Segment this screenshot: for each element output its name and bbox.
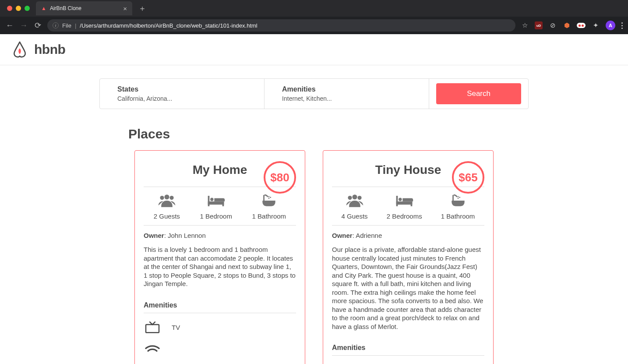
place-guests: 2 Guests: [154, 193, 180, 220]
wifi-icon: [144, 342, 161, 358]
filter-amenities-subtitle: Internet, Kitchen...: [282, 95, 411, 102]
svg-rect-19: [452, 195, 454, 201]
place-guests-label: 2 Guests: [154, 212, 180, 220]
svg-point-2: [169, 196, 173, 200]
svg-rect-15: [396, 196, 398, 206]
svg-rect-3: [208, 196, 210, 206]
filters-bar: States California, Arizona... Amenities …: [99, 78, 529, 109]
guests-icon: [345, 193, 364, 210]
tab-title: AirBnB Clone: [50, 5, 81, 11]
browser-tab[interactable]: ▲ AirBnB Clone ×: [36, 1, 132, 15]
place-card: Tiny House $65 4 Guests 2 Bedroom: [323, 150, 494, 364]
svg-point-1: [160, 196, 164, 200]
place-amenities-heading: Amenities: [332, 344, 484, 356]
place-amenities-heading: Amenities: [144, 301, 296, 313]
extension-noscript-icon[interactable]: ⊘: [549, 21, 557, 29]
guests-icon: [157, 193, 176, 210]
svg-rect-16: [396, 201, 413, 205]
url-scheme: File: [62, 22, 71, 29]
profile-avatar[interactable]: A: [606, 21, 615, 30]
nav-reload-button[interactable]: ⟳: [33, 21, 42, 30]
amenity-item: TV: [144, 319, 296, 336]
nav-back-button[interactable]: ←: [5, 21, 14, 30]
place-bedrooms: 2 Bedrooms: [387, 193, 422, 220]
place-guests-label: 4 Guests: [342, 212, 368, 220]
svg-point-0: [164, 194, 169, 199]
address-bar: ← → ⟳ i File | /Users/arthurdamm/holbert…: [0, 17, 628, 34]
place-description: This is a lovely 1 bedroom and 1 bathroo…: [144, 245, 296, 288]
search-button[interactable]: Search: [436, 83, 521, 104]
svg-point-21: [459, 197, 460, 198]
extension-ublock-icon[interactable]: uD: [535, 21, 543, 29]
place-price-badge: $80: [264, 161, 296, 194]
svg-rect-11: [146, 325, 159, 332]
filter-states-subtitle: California, Arizona...: [117, 95, 247, 102]
place-bathrooms: 1 Bathroom: [441, 193, 475, 220]
bath-icon: [448, 193, 468, 210]
page-content: hbnb States California, Arizona... Ameni…: [0, 34, 628, 364]
places-heading: Places: [128, 127, 529, 141]
svg-point-6: [210, 198, 213, 201]
amenity-item: [144, 342, 296, 358]
extension-shield-icon[interactable]: ⬢: [563, 21, 571, 29]
places-grid: My Home $80 2 Guests 1 Bedroom: [99, 150, 529, 364]
window-close-button[interactable]: [7, 6, 12, 11]
window-controls: [4, 6, 32, 11]
svg-rect-5: [222, 201, 224, 206]
brand[interactable]: hbnb: [11, 40, 65, 59]
bed-icon: [395, 193, 414, 210]
logo-icon: [11, 40, 29, 59]
svg-point-14: [357, 196, 361, 200]
window-minimize-button[interactable]: [16, 6, 21, 11]
place-bedrooms-label: 2 Bedrooms: [387, 212, 422, 220]
place-owner-name: : Adrienne: [353, 232, 382, 239]
window-maximize-button[interactable]: [25, 6, 30, 11]
svg-point-8: [268, 196, 270, 197]
url-separator: |: [75, 22, 76, 29]
filter-states[interactable]: States California, Arizona...: [100, 79, 265, 109]
svg-point-22: [457, 198, 459, 199]
filter-states-title: States: [117, 85, 247, 93]
place-description: Our place is a private, affordable stand…: [332, 245, 484, 331]
svg-point-18: [399, 198, 402, 201]
site-header: hbnb: [0, 34, 628, 65]
extension-privacy-icon[interactable]: [577, 23, 586, 28]
svg-rect-7: [264, 195, 265, 201]
place-owner: Owner: John Lennon: [144, 232, 296, 239]
new-tab-button[interactable]: ＋: [136, 3, 149, 14]
svg-point-10: [268, 198, 270, 199]
place-price-badge: $65: [452, 161, 484, 194]
filter-amenities-title: Amenities: [282, 85, 411, 93]
brand-name: hbnb: [34, 42, 65, 57]
filter-amenities[interactable]: Amenities Internet, Kitchen...: [265, 79, 429, 109]
extensions-puzzle-icon[interactable]: ✦: [592, 21, 600, 29]
nav-forward-button[interactable]: →: [19, 21, 28, 30]
bookmark-star-icon[interactable]: ☆: [521, 21, 529, 29]
amenity-label: TV: [172, 324, 180, 331]
svg-rect-17: [411, 201, 413, 206]
place-bathrooms-label: 1 Bathroom: [441, 212, 475, 220]
tv-icon: [144, 319, 161, 336]
place-amenities-list: TV: [144, 319, 296, 358]
browser-chrome: ▲ AirBnB Clone × ＋ ← → ⟳ i File | /Users…: [0, 0, 628, 34]
bath-icon: [259, 193, 279, 210]
browser-menu-button[interactable]: [621, 22, 623, 29]
svg-point-12: [352, 194, 357, 199]
svg-rect-4: [208, 201, 224, 205]
tab-bar: ▲ AirBnB Clone × ＋: [0, 0, 628, 17]
place-bathrooms-label: 1 Bathroom: [252, 212, 286, 220]
svg-point-13: [348, 196, 352, 200]
svg-point-20: [457, 196, 459, 197]
place-owner-label: Owner: [332, 232, 353, 239]
place-name: Tiny House: [375, 163, 441, 177]
place-bedrooms-label: 1 Bedroom: [200, 212, 232, 220]
tab-close-button[interactable]: ×: [123, 5, 127, 12]
url-field[interactable]: i File | /Users/arthurdamm/holberton/Air…: [47, 19, 515, 32]
place-bathrooms: 1 Bathroom: [252, 193, 286, 220]
url-path: /Users/arthurdamm/holberton/AirBnB_clone…: [80, 22, 257, 29]
place-owner-label: Owner: [144, 232, 164, 239]
bed-icon: [206, 193, 226, 210]
place-owner-name: : John Lennon: [164, 232, 206, 239]
place-bedrooms: 1 Bedroom: [200, 193, 232, 220]
svg-point-9: [270, 197, 272, 198]
